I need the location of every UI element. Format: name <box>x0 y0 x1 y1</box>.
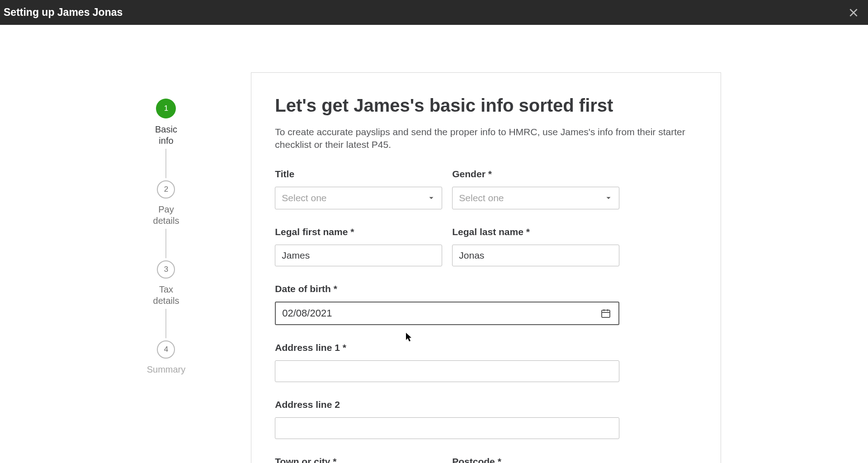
last-name-input[interactable] <box>452 245 619 266</box>
first-name-label: Legal first name * <box>275 227 442 237</box>
modal-title: Setting up James Jonas <box>4 6 123 19</box>
form-group-address2: Address line 2 <box>275 399 619 439</box>
gender-select-placeholder: Select one <box>459 193 504 203</box>
form-group-gender: Gender * Select one <box>452 169 619 209</box>
chevron-down-icon <box>427 194 435 202</box>
form-group-address1: Address line 1 * <box>275 342 619 382</box>
step-label: Tax details <box>153 284 179 307</box>
modal-header: Setting up James Jonas <box>0 0 868 25</box>
step-basic-info[interactable]: 1 Basic info <box>155 99 177 146</box>
first-name-input[interactable] <box>275 245 442 266</box>
form-row: Address line 1 * <box>275 342 619 382</box>
address2-input[interactable] <box>275 417 619 439</box>
form-group-dob: Date of birth * <box>275 283 619 325</box>
step-summary[interactable]: 4 Summary <box>147 340 186 375</box>
step-number: 1 <box>156 99 176 118</box>
gender-select[interactable]: Select one <box>452 187 619 209</box>
step-number: 2 <box>157 180 175 198</box>
close-button[interactable] <box>843 2 864 24</box>
postcode-label: Postcode * <box>452 456 619 463</box>
form-row: Title Select one Gender * Select one <box>275 169 619 209</box>
step-number: 3 <box>157 260 175 279</box>
step-number: 4 <box>157 340 175 359</box>
gender-label: Gender * <box>452 169 619 180</box>
chevron-down-icon <box>604 194 613 202</box>
form-subtext: To create accurate payslips and send the… <box>275 126 697 151</box>
step-connector <box>165 229 166 258</box>
step-pay-details[interactable]: 2 Pay details <box>153 180 179 227</box>
step-label: Pay details <box>153 204 179 227</box>
title-select-placeholder: Select one <box>282 193 326 203</box>
progress-stepper: 1 Basic info 2 Pay details 3 Tax details… <box>147 99 186 463</box>
address1-input[interactable] <box>275 360 619 382</box>
form-group-title: Title Select one <box>275 169 442 209</box>
close-icon <box>848 7 859 19</box>
form-row: Date of birth * <box>275 283 619 325</box>
step-label: Summary <box>147 364 186 375</box>
step-label: Basic info <box>155 124 177 146</box>
dob-input[interactable] <box>275 302 619 325</box>
address1-label: Address line 1 * <box>275 342 619 353</box>
form-group-town: Town or city * <box>275 456 442 463</box>
form-group-first-name: Legal first name * <box>275 227 442 266</box>
form-row: Legal first name * Legal last name * <box>275 227 619 266</box>
form-group-last-name: Legal last name * <box>452 227 619 266</box>
step-connector <box>165 149 166 178</box>
step-connector <box>165 309 166 338</box>
dob-label: Date of birth * <box>275 283 619 294</box>
last-name-label: Legal last name * <box>452 227 619 237</box>
form-group-postcode: Postcode * <box>452 456 619 463</box>
title-label: Title <box>275 169 442 180</box>
town-label: Town or city * <box>275 456 442 463</box>
form-heading: Let's get James's basic info sorted firs… <box>275 95 697 116</box>
dob-input-wrapper <box>275 302 619 325</box>
form-card: Let's get James's basic info sorted firs… <box>251 72 721 463</box>
modal-content: 1 Basic info 2 Pay details 3 Tax details… <box>0 25 868 463</box>
address2-label: Address line 2 <box>275 399 619 410</box>
form-row: Town or city * Postcode * <box>275 456 619 463</box>
title-select[interactable]: Select one <box>275 187 442 209</box>
step-tax-details[interactable]: 3 Tax details <box>153 260 179 307</box>
form-row: Address line 2 <box>275 399 619 439</box>
